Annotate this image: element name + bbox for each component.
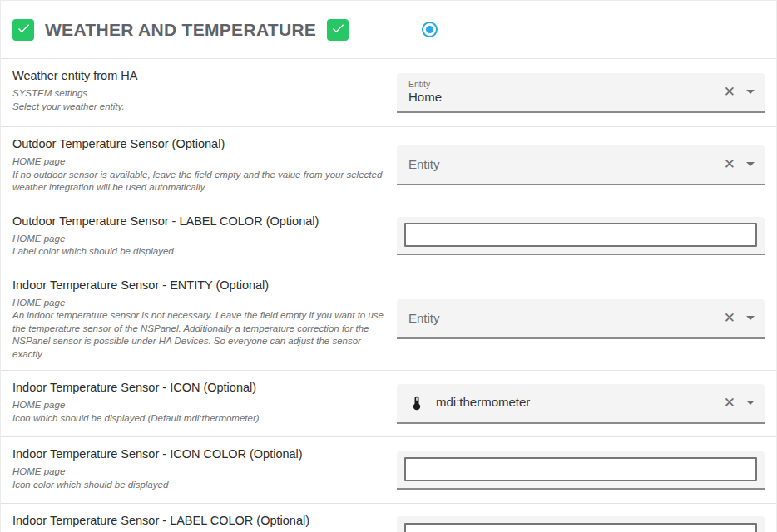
setting-title: Indoor Temperature Sensor - ICON COLOR (… [12,447,388,461]
clear-icon[interactable]: ✕ [724,157,735,171]
setting-row-outdoor-sensor: Outdoor Temperature Sensor (Optional) HO… [1,127,776,204]
setting-title: Weather entity from HA [12,69,388,82]
entity-select[interactable]: Entity Home ✕ [397,73,765,113]
setting-scope: HOME page [12,399,388,412]
setting-row-weather-entity: Weather entity from HA SYSTEM settings S… [1,59,776,127]
label-color-input[interactable] [404,523,757,532]
setting-description: If no outdoor sensor is available, leave… [12,169,388,195]
select-placeholder: Entity [408,157,440,171]
setting-title: Outdoor Temperature Sensor (Optional) [12,137,388,150]
setting-description: Select your weather entity. [12,101,388,114]
clear-icon[interactable]: ✕ [724,311,735,325]
select-placeholder: Entity [408,311,440,325]
setting-title: Indoor Temperature Sensor - ENTITY (Opti… [12,278,388,292]
section-radio-button[interactable] [422,22,438,37]
setting-description: Icon color which should be displayed [12,479,388,492]
thermometer-icon [408,395,425,411]
setting-row-indoor-icon: Indoor Temperature Sensor - ICON (Option… [1,371,776,437]
check-icon [330,21,345,39]
icon-select[interactable]: mdi:thermometer ✕ [397,384,765,424]
chevron-down-icon[interactable] [746,162,755,166]
settings-panel: WEATHER AND TEMPERATURE Weather entity f… [0,0,777,532]
icon-color-input[interactable] [404,457,757,481]
chevron-down-icon[interactable] [746,401,755,405]
section-enabled-checkbox-left[interactable] [12,19,34,41]
select-floating-label: Entity [408,79,442,90]
setting-row-outdoor-label-color: Outdoor Temperature Sensor - LABEL COLOR… [1,204,776,268]
setting-row-indoor-entity: Indoor Temperature Sensor - ENTITY (Opti… [1,268,776,372]
section-title: WEATHER AND TEMPERATURE [45,20,316,40]
setting-row-indoor-label-color: Indoor Temperature Sensor - LABEL COLOR … [1,504,776,532]
setting-description: Icon which should be displayed (Default … [12,412,388,426]
setting-row-indoor-icon-color: Indoor Temperature Sensor - ICON COLOR (… [1,437,776,504]
setting-scope: HOME page [12,466,388,479]
setting-title: Indoor Temperature Sensor - LABEL COLOR … [12,514,388,527]
setting-title: Outdoor Temperature Sensor - LABEL COLOR… [12,214,388,228]
check-icon [16,21,31,39]
radio-selected-dot [426,26,433,33]
setting-scope: HOME page [12,233,388,246]
setting-title: Indoor Temperature Sensor - ICON (Option… [12,381,388,394]
entity-select[interactable]: Entity ✕ [397,299,765,339]
select-value: mdi:thermometer [436,395,530,411]
setting-scope: HOME page [12,297,388,310]
setting-description: An indoor temperature sensor is not nece… [12,309,388,361]
select-value: Home [408,90,442,106]
setting-scope: SYSTEM settings [12,87,388,101]
entity-select[interactable]: Entity ✕ [397,145,765,185]
setting-description: Label color which should be displayed [12,245,388,259]
clear-icon[interactable]: ✕ [724,396,735,410]
section-enabled-checkbox-right[interactable] [327,19,349,41]
clear-icon[interactable]: ✕ [724,85,735,99]
setting-scope: HOME page [12,155,388,169]
chevron-down-icon[interactable] [746,90,755,94]
section-header: WEATHER AND TEMPERATURE [1,1,776,59]
label-color-input[interactable] [404,223,757,247]
chevron-down-icon[interactable] [746,316,755,320]
